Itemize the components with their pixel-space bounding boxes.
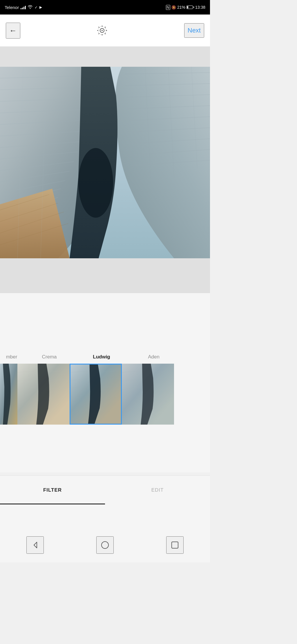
filter-thumb-ludwig[interactable]: [70, 364, 122, 425]
svg-point-2: [102, 30, 103, 31]
middle-space: [0, 293, 210, 351]
svg-point-44: [78, 148, 113, 218]
time-display: 13:38: [195, 5, 205, 10]
data-icon: ▶: [39, 5, 42, 9]
navigation-bar: [0, 528, 210, 562]
status-bar: Telenor ✓ ▶ N 🔕 21% 13:38: [0, 0, 210, 15]
nav-back-button[interactable]: [26, 536, 44, 554]
filter-name-ember[interactable]: mber: [0, 354, 23, 360]
svg-line-7: [99, 27, 99, 28]
signal-bars: [21, 5, 26, 9]
tab-filter[interactable]: FILTER: [0, 476, 105, 504]
svg-marker-66: [34, 542, 37, 548]
nav-spacer: [0, 504, 210, 528]
svg-line-9: [105, 27, 106, 28]
battery-indicator: [186, 6, 194, 9]
filter-tab-label: FILTER: [43, 487, 62, 493]
filter-thumbnails-row: [0, 362, 210, 426]
back-button[interactable]: ←: [6, 23, 20, 39]
sun-icon[interactable]: [97, 25, 107, 36]
wifi-icon: [28, 5, 33, 10]
filter-thumb-aden[interactable]: [122, 364, 174, 425]
next-button[interactable]: Next: [184, 23, 204, 38]
tab-edit[interactable]: EDIT: [105, 476, 210, 504]
check-icon: ✓: [35, 5, 38, 10]
status-right: N 🔕 21% 13:38: [166, 5, 205, 10]
svg-rect-68: [172, 542, 178, 548]
nfc-icon: N: [166, 5, 170, 10]
tab-bar: FILTER EDIT: [0, 475, 210, 504]
filter-name-aden[interactable]: Aden: [128, 354, 180, 360]
nav-home-button[interactable]: [96, 536, 114, 554]
filter-names-row: mber Crema Ludwig Aden: [0, 351, 210, 362]
svg-line-8: [105, 33, 106, 34]
filter-name-crema[interactable]: Crema: [23, 354, 75, 360]
top-spacer: [0, 46, 210, 67]
header-toolbar: ← Next: [0, 15, 210, 46]
nav-recents-button[interactable]: [166, 536, 184, 554]
filter-thumb-ember[interactable]: [0, 364, 17, 425]
svg-line-10: [99, 33, 99, 34]
bottom-spacer: [0, 258, 210, 293]
carrier-name: Telenor: [5, 5, 19, 10]
svg-point-67: [102, 542, 108, 549]
bell-muted-icon: 🔕: [171, 5, 176, 10]
status-left: Telenor ✓ ▶: [5, 5, 42, 10]
filter-tab-spacer: [0, 432, 210, 472]
filters-section: mber Crema Ludwig Aden: [0, 351, 210, 432]
filter-name-ludwig[interactable]: Ludwig: [75, 354, 128, 360]
battery-percent: 21%: [177, 5, 185, 10]
main-photo: [0, 67, 210, 258]
filter-thumb-crema[interactable]: [17, 364, 70, 425]
edit-tab-label: EDIT: [151, 487, 164, 493]
